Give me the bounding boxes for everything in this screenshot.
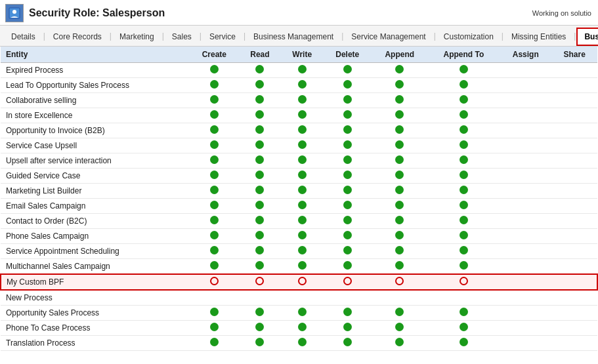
filled-dot[interactable] <box>459 308 468 316</box>
permission-cell-assign[interactable] <box>500 138 551 153</box>
filled-dot[interactable] <box>395 171 404 179</box>
filled-dot[interactable] <box>343 125 352 134</box>
filled-dot[interactable] <box>343 95 352 104</box>
tab-core-records[interactable]: Core Records <box>46 28 109 45</box>
permission-cell-create[interactable] <box>190 184 239 199</box>
permission-cell-delete[interactable] <box>324 169 372 184</box>
filled-dot[interactable] <box>298 125 307 134</box>
permission-cell-append_to[interactable] <box>428 259 500 275</box>
permission-cell-assign[interactable] <box>500 274 551 290</box>
permission-cell-append[interactable] <box>372 290 428 306</box>
permission-cell-write[interactable] <box>281 184 324 199</box>
filled-dot[interactable] <box>298 65 307 73</box>
filled-dot[interactable] <box>210 65 219 73</box>
permission-cell-assign[interactable] <box>500 229 551 244</box>
filled-dot[interactable] <box>255 80 264 89</box>
filled-dot[interactable] <box>343 140 352 149</box>
permission-cell-delete[interactable] <box>324 229 372 244</box>
permission-cell-append[interactable] <box>372 169 428 184</box>
permission-cell-delete[interactable] <box>324 274 372 290</box>
permission-cell-append[interactable] <box>372 184 428 199</box>
permission-cell-create[interactable] <box>190 153 239 169</box>
permission-cell-read[interactable] <box>239 199 281 214</box>
permission-cell-create[interactable] <box>190 214 239 229</box>
permission-cell-write[interactable] <box>281 290 324 306</box>
filled-dot[interactable] <box>459 95 468 104</box>
empty-dot[interactable] <box>343 277 352 285</box>
permission-cell-read[interactable] <box>239 306 281 321</box>
filled-dot[interactable] <box>395 338 404 346</box>
permission-cell-append_to[interactable] <box>428 63 500 78</box>
permission-cell-append[interactable] <box>372 259 428 275</box>
permission-cell-assign[interactable] <box>500 184 551 199</box>
filled-dot[interactable] <box>459 201 468 209</box>
permission-cell-delete[interactable] <box>324 290 372 306</box>
permission-cell-share[interactable] <box>551 336 597 351</box>
permission-cell-assign[interactable] <box>500 244 551 259</box>
permission-cell-read[interactable] <box>239 274 281 290</box>
permission-cell-write[interactable] <box>281 63 324 78</box>
filled-dot[interactable] <box>210 80 219 89</box>
permission-cell-create[interactable] <box>190 63 239 78</box>
permission-cell-write[interactable] <box>281 78 324 93</box>
permission-cell-append_to[interactable] <box>428 169 500 184</box>
permission-cell-delete[interactable] <box>324 259 372 275</box>
filled-dot[interactable] <box>343 216 352 224</box>
permission-cell-share[interactable] <box>551 306 597 321</box>
permission-cell-append[interactable] <box>372 229 428 244</box>
permission-cell-append_to[interactable] <box>428 108 500 123</box>
permission-cell-assign[interactable] <box>500 93 551 108</box>
permission-cell-create[interactable] <box>190 336 239 351</box>
permission-cell-delete[interactable] <box>324 93 372 108</box>
filled-dot[interactable] <box>343 155 352 164</box>
permission-cell-share[interactable] <box>551 138 597 153</box>
filled-dot[interactable] <box>255 246 264 254</box>
filled-dot[interactable] <box>343 323 352 331</box>
tab-sales[interactable]: Sales <box>165 28 199 45</box>
filled-dot[interactable] <box>395 110 404 119</box>
filled-dot[interactable] <box>255 171 264 179</box>
tab-service-management[interactable]: Service Management <box>344 28 433 45</box>
permission-cell-read[interactable] <box>239 78 281 93</box>
filled-dot[interactable] <box>298 261 307 270</box>
permission-cell-share[interactable] <box>551 108 597 123</box>
filled-dot[interactable] <box>255 95 264 104</box>
filled-dot[interactable] <box>395 80 404 89</box>
permission-cell-write[interactable] <box>281 93 324 108</box>
filled-dot[interactable] <box>298 201 307 209</box>
permission-cell-write[interactable] <box>281 321 324 336</box>
filled-dot[interactable] <box>210 155 219 164</box>
permission-cell-write[interactable] <box>281 336 324 351</box>
filled-dot[interactable] <box>459 261 468 270</box>
filled-dot[interactable] <box>255 323 264 331</box>
permission-cell-assign[interactable] <box>500 123 551 138</box>
permission-cell-append[interactable] <box>372 153 428 169</box>
permission-cell-create[interactable] <box>190 78 239 93</box>
filled-dot[interactable] <box>395 155 404 164</box>
filled-dot[interactable] <box>343 65 352 73</box>
filled-dot[interactable] <box>298 95 307 104</box>
permission-cell-create[interactable] <box>190 229 239 244</box>
filled-dot[interactable] <box>255 155 264 164</box>
empty-dot[interactable] <box>210 277 219 285</box>
permission-cell-assign[interactable] <box>500 78 551 93</box>
permission-cell-append_to[interactable] <box>428 306 500 321</box>
permission-cell-append_to[interactable] <box>428 290 500 306</box>
filled-dot[interactable] <box>459 338 468 346</box>
permission-cell-write[interactable] <box>281 108 324 123</box>
permission-cell-share[interactable] <box>551 123 597 138</box>
filled-dot[interactable] <box>343 110 352 119</box>
permission-cell-append[interactable] <box>372 336 428 351</box>
permission-cell-write[interactable] <box>281 169 324 184</box>
permission-cell-append[interactable] <box>372 78 428 93</box>
filled-dot[interactable] <box>298 140 307 149</box>
permission-cell-append[interactable] <box>372 108 428 123</box>
permission-cell-read[interactable] <box>239 123 281 138</box>
permission-cell-delete[interactable] <box>324 123 372 138</box>
filled-dot[interactable] <box>298 171 307 179</box>
filled-dot[interactable] <box>255 261 264 270</box>
permission-cell-read[interactable] <box>239 244 281 259</box>
permission-cell-create[interactable] <box>190 138 239 153</box>
filled-dot[interactable] <box>210 216 219 224</box>
permission-cell-write[interactable] <box>281 259 324 275</box>
